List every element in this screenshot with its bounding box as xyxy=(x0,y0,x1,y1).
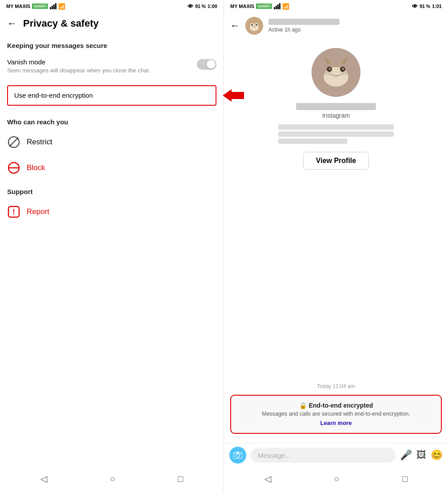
svg-point-30 xyxy=(236,454,240,458)
block-icon xyxy=(7,161,20,175)
svg-point-24 xyxy=(342,68,344,70)
chat-area: Today 11:04 am 🔒 End-to-end encrypted Me… xyxy=(224,246,448,443)
message-timestamp: Today 11:04 am xyxy=(230,383,442,389)
svg-point-13 xyxy=(251,24,253,26)
right-vowifi-badge: VoWiFi xyxy=(256,4,272,9)
profile-name-blurred xyxy=(296,103,376,110)
right-eye-icon: 👁 xyxy=(412,3,418,10)
left-nav-home[interactable]: ○ xyxy=(110,474,115,484)
profile-cat-image xyxy=(312,48,360,97)
wifi-icon: 📶 xyxy=(58,3,65,10)
platform-label: Instagram xyxy=(322,112,350,119)
carrier-label: MY MAXIS xyxy=(6,4,30,9)
block-label: Block xyxy=(27,163,45,172)
encryption-container: Use end-to-end encryption xyxy=(0,82,224,109)
svg-text:!: ! xyxy=(12,208,15,216)
bio-line-3 xyxy=(278,139,348,144)
cat-avatar-icon xyxy=(245,17,263,35)
bio-line-2 xyxy=(278,131,394,137)
gallery-button[interactable]: 🖼 xyxy=(416,449,426,461)
encryption-notice-desc: Messages and calls are secured with end-… xyxy=(237,411,435,417)
contact-name-blurred xyxy=(268,19,340,25)
right-status-right: 👁 91% 1:01 xyxy=(412,3,442,10)
profile-large-avatar xyxy=(312,48,360,97)
section-support-header: Support xyxy=(0,181,224,199)
encryption-notice: 🔒 End-to-end encrypted Messages and call… xyxy=(230,395,442,434)
restrict-label: Restrict xyxy=(27,138,52,147)
section-secure-header: Keeping your messages secure xyxy=(0,35,224,53)
restrict-item[interactable]: Restrict xyxy=(0,129,224,155)
status-right: 👁 91% 1:00 xyxy=(188,3,217,10)
vanish-mode-text: Vanish mode Seen messages will disappear… xyxy=(7,58,197,75)
svg-point-23 xyxy=(329,68,331,70)
right-time-label: 1:01 xyxy=(432,4,442,9)
restrict-icon xyxy=(7,135,20,149)
back-button[interactable]: ← xyxy=(7,18,17,29)
toggle-knob xyxy=(207,60,216,69)
right-wifi-icon: 📶 xyxy=(282,3,289,10)
report-icon: ! xyxy=(7,205,20,218)
left-status-bar: MY MAXIS VoWiFi 📶 👁 91% 1:00 xyxy=(0,0,224,12)
camera-button[interactable] xyxy=(229,447,246,464)
encryption-box[interactable]: Use end-to-end encryption xyxy=(7,85,216,106)
svg-marker-0 xyxy=(223,89,244,102)
learn-more-link[interactable]: Learn more xyxy=(320,420,352,426)
voice-button[interactable]: 🎤 xyxy=(400,449,412,461)
time-label: 1:00 xyxy=(208,4,217,9)
right-nav-recents[interactable]: □ xyxy=(402,474,408,484)
chat-header: ← Active 1h ago xyxy=(224,12,448,39)
block-circle-icon xyxy=(8,162,20,174)
left-header: ← Privacy & safety xyxy=(0,12,224,35)
encryption-notice-title: 🔒 End-to-end encrypted xyxy=(237,402,435,409)
right-panel: MY MAXIS VoWiFi 📶 👁 91% 1:01 ← xyxy=(224,0,448,492)
contact-info: Active 1h ago xyxy=(268,19,442,33)
vanish-mode-toggle[interactable] xyxy=(197,59,216,70)
vowifi-badge: VoWiFi xyxy=(32,4,48,9)
left-nav-back[interactable]: ◁ xyxy=(40,473,47,484)
encryption-label: Use end-to-end encryption xyxy=(14,91,93,99)
message-bar: Message... 🎤 🖼 😊 xyxy=(224,443,448,467)
left-nav-bar: ◁ ○ □ xyxy=(0,467,224,492)
block-item[interactable]: Block xyxy=(0,155,224,181)
left-nav-recents[interactable]: □ xyxy=(178,474,183,484)
active-status: Active 1h ago xyxy=(268,27,442,33)
signal-icon xyxy=(50,3,56,9)
eye-icon: 👁 xyxy=(188,3,193,10)
report-label: Report xyxy=(27,207,49,216)
bio-line-1 xyxy=(278,124,394,130)
profile-section: Instagram View Profile xyxy=(224,39,448,246)
right-battery-indicator: 91% xyxy=(420,4,430,9)
vanish-mode-desc: Seen messages will disappear when you cl… xyxy=(7,67,197,75)
battery-indicator: 91% xyxy=(195,4,206,9)
right-nav-back[interactable]: ◁ xyxy=(264,473,271,484)
contact-avatar[interactable] xyxy=(245,17,263,35)
right-signal-icon xyxy=(274,3,280,9)
view-profile-button[interactable]: View Profile xyxy=(303,152,369,170)
vanish-mode-row: Vanish mode Seen messages will disappear… xyxy=(0,53,224,80)
page-title: Privacy & safety xyxy=(23,18,99,29)
right-nav-bar: ◁ ○ □ xyxy=(224,467,448,492)
sticker-button[interactable]: 😊 xyxy=(431,449,443,461)
right-nav-home[interactable]: ○ xyxy=(334,474,339,484)
camera-icon xyxy=(233,452,242,459)
left-panel: MY MAXIS VoWiFi 📶 👁 91% 1:00 ← Privacy &… xyxy=(0,0,224,492)
section-reach-header: Who can reach you xyxy=(0,111,224,129)
vanish-mode-title: Vanish mode xyxy=(7,58,197,66)
right-carrier-label: MY MAXIS xyxy=(230,4,254,9)
lock-icon: 🔒 xyxy=(299,402,307,409)
status-left: MY MAXIS VoWiFi 📶 xyxy=(6,3,65,10)
message-input-placeholder[interactable]: Message... xyxy=(251,448,396,463)
report-warning-icon: ! xyxy=(8,206,20,218)
svg-marker-31 xyxy=(236,452,239,453)
right-back-button[interactable]: ← xyxy=(230,20,240,32)
svg-line-2 xyxy=(9,138,18,147)
svg-point-14 xyxy=(256,24,257,26)
restrict-circle-slash-icon xyxy=(8,136,20,148)
report-item[interactable]: ! Report xyxy=(0,199,224,225)
profile-bio-blurred xyxy=(278,123,394,146)
left-spacer xyxy=(0,225,224,467)
red-arrow-icon xyxy=(223,89,244,102)
red-arrow-indicator xyxy=(223,89,244,102)
right-status-left: MY MAXIS VoWiFi 📶 xyxy=(230,3,289,10)
right-status-bar: MY MAXIS VoWiFi 📶 👁 91% 1:01 xyxy=(224,0,448,12)
